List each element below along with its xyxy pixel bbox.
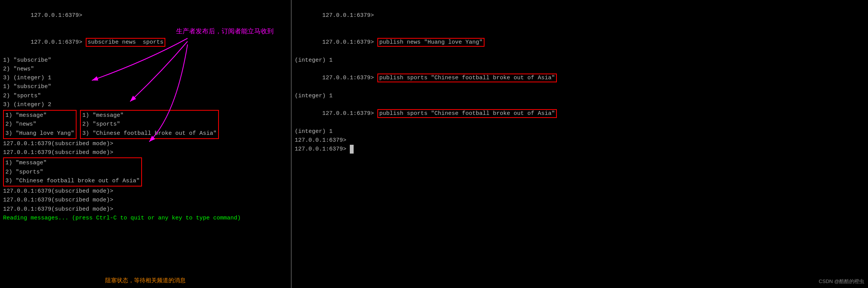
terminal-cursor-line: 127.0.0.1:6379> [295, 145, 865, 154]
message-group-3: 1) "message" 2) "sports" 3) "Chinese foo… [3, 157, 142, 187]
subscribe-command: subscribe news sports [86, 38, 165, 47]
left-panel: 127.0.0.1:6379> 127.0.0.1:6379> subscrib… [0, 0, 291, 288]
main-container: 127.0.0.1:6379> 127.0.0.1:6379> subscrib… [0, 0, 868, 288]
terminal-line: 3) "Huang love Yang" [5, 129, 74, 138]
publish-sports-line-1: 127.0.0.1:6379> publish sports "Chinese … [295, 65, 865, 92]
publish-sports-command-2: publish sports "Chinese football broke o… [377, 109, 557, 118]
terminal-line: (integer) 1 [295, 56, 865, 65]
terminal-line: 2) "sports" [3, 92, 288, 100]
terminal-line: 2) "sports" [82, 120, 217, 129]
terminal-line: 127.0.0.1:6379> [295, 2, 865, 29]
terminal-line: 2) "sports" [5, 168, 140, 177]
terminal-line: 127.0.0.1:6379> [3, 2, 288, 29]
prompt: 127.0.0.1:6379> [31, 12, 82, 19]
right-panel: 127.0.0.1:6379> 127.0.0.1:6379> publish … [291, 0, 868, 288]
terminal-line: (integer) 1 [295, 92, 865, 100]
terminal-line: 127.0.0.1:6379> [295, 136, 865, 145]
terminal-line: 1) "message" [5, 111, 74, 120]
terminal-line: 127.0.0.1:6379(subscribed mode)> [3, 196, 288, 205]
publish-sports-command-1: publish sports "Chinese football broke o… [377, 74, 557, 82]
reading-messages-line: Reading messages... (press Ctrl-C to qui… [3, 214, 288, 223]
publish-news-line: 127.0.0.1:6379> publish news "Huang love… [295, 29, 865, 56]
publish-news-command: publish news "Huang love Yang" [377, 38, 485, 47]
terminal-line: (integer) 1 [295, 127, 865, 136]
terminal-line: 3) (integer) 2 [3, 100, 288, 109]
message-group-1: 1) "message" 2) "news" 3) "Huang love Ya… [3, 110, 77, 139]
annotation-top: 生产者发布后，订阅者能立马收到 [176, 27, 274, 36]
terminal-line: 1) "subscribe" [3, 82, 288, 91]
message-group-2: 1) "message" 2) "sports" 3) "Chinese foo… [80, 110, 219, 139]
terminal-line: 127.0.0.1:6379(subscribed mode)> [3, 148, 288, 157]
terminal-line: 3) "Chinese football broke out of Asia" [5, 177, 140, 185]
watermark: CSDN @酷酷的橙虫 [819, 278, 864, 285]
publish-sports-line-2: 127.0.0.1:6379> publish sports "Chinese … [295, 100, 865, 127]
right-terminal: 127.0.0.1:6379> 127.0.0.1:6379> publish … [295, 2, 865, 154]
terminal-line: 2) "news" [5, 120, 74, 129]
terminal-line: 1) "subscribe" [3, 56, 288, 65]
terminal-line: 2) "news" [3, 65, 288, 74]
terminal-line: 127.0.0.1:6379(subscribed mode)> [3, 187, 288, 196]
terminal-line: 127.0.0.1:6379(subscribed mode)> [3, 139, 288, 148]
terminal-line: 3) (integer) 1 [3, 74, 288, 82]
terminal-line: 3) "Chinese football broke out of Asia" [82, 129, 217, 138]
terminal-line: 127.0.0.1:6379(subscribed mode)> [3, 205, 288, 214]
annotation-bottom: 阻塞状态，等待相关频道的消息 [105, 277, 186, 284]
terminal-line: 1) "message" [82, 111, 217, 120]
terminal-line: 1) "message" [5, 159, 140, 167]
